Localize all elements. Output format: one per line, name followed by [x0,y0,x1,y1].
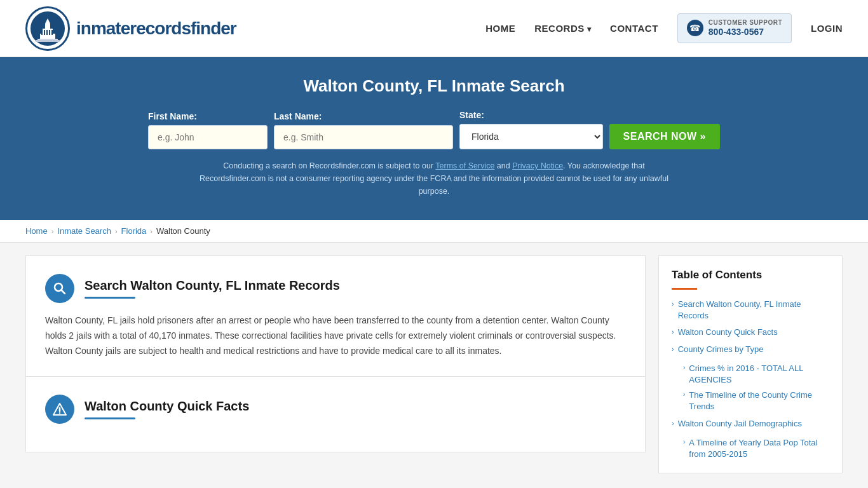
customer-support-btn[interactable]: ☎ CUSTOMER SUPPORT 800-433-0567 [677,13,792,43]
toc-link-2[interactable]: Walton County Quick Facts [678,327,778,338]
search-button[interactable]: SEARCH NOW » [609,124,720,149]
site-header: inmaterecordsfinder HOME RECORDS CONTACT… [0,0,868,57]
search-icon-circle [45,274,74,303]
state-group: State: Florida Alabama Georgia [459,110,603,149]
toc-sub-link-3[interactable]: A Timeline of Yearly Data Pop Total from… [689,437,829,460]
toc-title: Table of Contents [672,269,829,281]
support-number: 800-433-0567 [709,27,782,37]
toc-arrow-4: › [672,419,674,427]
hero-title: Walton County, FL Inmate Search [25,76,843,96]
logo-icon [25,6,70,51]
hero-disclaimer: Conducting a search on Recordsfinder.com… [196,159,672,198]
state-select[interactable]: Florida Alabama Georgia [459,124,603,149]
section2-underline [85,417,135,419]
section1-underline [85,297,135,299]
svg-rect-8 [49,30,50,35]
section2-title: Walton County Quick Facts [85,399,249,414]
info-icon-circle [45,395,74,424]
nav-records[interactable]: RECORDS [534,23,591,34]
toc-item-2: › Walton County Quick Facts [672,327,829,338]
toc-sub-arrow-1: › [683,364,685,371]
hero-section: Walton County, FL Inmate Search First Na… [0,57,868,220]
breadcrumb-walton-county: Walton County [156,226,210,236]
svg-line-13 [62,290,65,294]
main-nav: HOME RECORDS CONTACT ☎ CUSTOMER SUPPORT … [485,13,843,43]
state-label: State: [459,110,484,120]
toc-sub-link-2[interactable]: The Timeline of the County Crime Trends [689,390,829,412]
toc-link-1[interactable]: Search Walton County, FL Inmate Records [678,299,829,322]
first-name-input[interactable] [148,125,268,149]
toc-divider [672,288,697,290]
section2-header: Walton County Quick Facts [45,395,626,424]
first-name-group: First Name: [148,111,268,149]
toc-item-1: › Search Walton County, FL Inmate Record… [672,299,829,322]
toc-link-3[interactable]: County Crimes by Type [678,344,764,355]
search-form: First Name: Last Name: State: Florida Al… [148,110,720,149]
svg-rect-6 [44,30,45,35]
section1-body: Walton County, FL jails hold prisoners a… [45,313,626,358]
section-quick-facts: Walton County Quick Facts [25,376,646,452]
section1-header: Search Walton County, FL Inmate Records [45,274,626,303]
toc-list: › Search Walton County, FL Inmate Record… [672,299,829,460]
last-name-label: Last Name: [274,111,322,121]
privacy-link[interactable]: Privacy Notice [512,161,563,170]
svg-rect-3 [45,24,50,30]
breadcrumb-home[interactable]: Home [25,226,48,236]
toc-item-4: › Walton County Jail Demographics [672,418,829,430]
right-column: Table of Contents › Search Walton County… [658,255,843,473]
toc-sub-arrow-3: › [683,438,685,445]
terms-link[interactable]: Terms of Service [435,161,494,170]
nav-contact[interactable]: CONTACT [610,23,658,34]
toc-sub-link-1[interactable]: Crimes % in 2016 - TOTAL ALL AGENCIES [689,363,829,386]
headset-icon: ☎ [687,20,703,36]
svg-point-16 [59,412,60,414]
toc-sub-demographics: › A Timeline of Yearly Data Pop Total fr… [683,437,829,460]
left-column: Search Walton County, FL Inmate Records … [25,255,646,473]
nav-home[interactable]: HOME [485,23,515,34]
section1-title: Search Walton County, FL Inmate Records [85,278,340,293]
last-name-input[interactable] [274,125,453,149]
support-label: CUSTOMER SUPPORT [709,19,782,27]
breadcrumb-inmate-search[interactable]: Inmate Search [57,226,111,236]
toc-sub-arrow-2: › [683,391,685,398]
toc-arrow-1: › [672,300,674,308]
toc-sub-item-1: › Crimes % in 2016 - TOTAL ALL AGENCIES [683,363,829,386]
last-name-group: Last Name: [274,111,453,149]
main-content: Search Walton County, FL Inmate Records … [0,243,868,486]
logo-area: inmaterecordsfinder [25,6,236,51]
svg-rect-9 [51,30,53,35]
toc-link-4[interactable]: Walton County Jail Demographics [678,418,802,430]
login-button[interactable]: LOGIN [811,23,843,34]
toc-sub-item-2: › The Timeline of the County Crime Trend… [683,390,829,412]
logo-text: inmaterecordsfinder [76,18,236,39]
breadcrumb: Home › Inmate Search › Florida › Walton … [0,220,868,243]
svg-rect-11 [36,40,60,42]
breadcrumb-florida[interactable]: Florida [121,226,147,236]
breadcrumb-sep-3: › [150,227,153,235]
toc-arrow-2: › [672,328,674,336]
first-name-label: First Name: [148,111,197,121]
toc-item-3: › County Crimes by Type [672,344,829,355]
svg-rect-5 [41,30,43,35]
breadcrumb-sep-2: › [115,227,118,235]
toc-box: Table of Contents › Search Walton County… [658,255,843,473]
toc-arrow-3: › [672,345,674,353]
svg-rect-7 [46,30,48,35]
toc-sub-crimes: › Crimes % in 2016 - TOTAL ALL AGENCIES … [683,363,829,413]
breadcrumb-sep-1: › [51,227,54,235]
section-inmate-records: Search Walton County, FL Inmate Records … [25,255,646,376]
toc-sub-item-3: › A Timeline of Yearly Data Pop Total fr… [683,437,829,460]
